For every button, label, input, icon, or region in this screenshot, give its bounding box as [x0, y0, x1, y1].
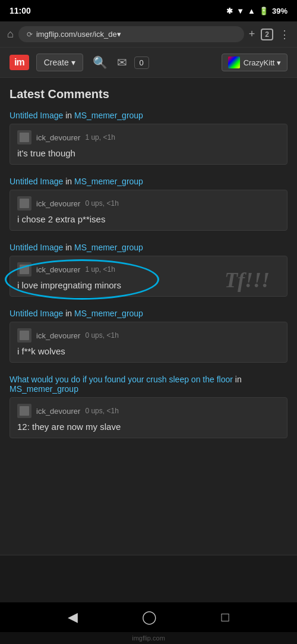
comment-group: Untitled Image in MS_memer_groupick_devo… — [10, 309, 287, 363]
create-button[interactable]: Create ▾ — [36, 54, 83, 71]
time: 11:00 — [10, 6, 31, 15]
comment-username: ick_devourer — [36, 265, 80, 274]
comment-text: it's true though — [17, 148, 280, 158]
signal-icon: ▲ — [248, 7, 255, 15]
footer-text: imgflip.com — [132, 634, 165, 642]
recents-button[interactable]: □ — [222, 610, 229, 625]
comment-text: i f**k wolves — [17, 346, 280, 356]
avatar — [17, 328, 31, 343]
comment-group: What would you do if you found your crus… — [10, 375, 287, 438]
comment-card: ick_devourer1 up, <1hi love impregnating… — [10, 256, 287, 297]
new-tab-icon[interactable]: + — [249, 28, 255, 40]
comment-meta: ick_devourer0 ups, <1h — [17, 404, 280, 418]
comment-username: ick_devourer — [36, 407, 80, 416]
url-bar[interactable]: ⟳ imgflip.com/user/ick_de▾ — [18, 26, 244, 42]
user-name: CrazyKitt ▾ — [244, 58, 281, 67]
in-text: in — [63, 111, 74, 120]
comment-stats: 0 ups, <1h — [85, 199, 118, 208]
tab-count[interactable]: 2 — [261, 29, 273, 40]
comment-group-link[interactable]: MS_memer_group — [74, 111, 143, 120]
browser-actions: + 2 ⋮ — [249, 28, 290, 41]
comment-text: 12: they are now my slave — [17, 422, 280, 432]
comment-post-link[interactable]: Untitled Image — [10, 243, 63, 252]
comment-stats: 0 ups, <1h — [85, 407, 118, 415]
imgflip-logo[interactable]: im — [10, 55, 29, 70]
comment-stats: 1 up, <1h — [85, 133, 115, 142]
avatar — [17, 130, 31, 144]
wifi-icon: ▼ — [236, 7, 244, 15]
in-text: in — [63, 309, 74, 318]
in-text: in — [63, 243, 74, 252]
comment-card: ick_devourer0 ups, <1h12: they are now m… — [10, 397, 287, 438]
app-nav: im Create ▾ 🔍 ✉ 0 CrazyKitt ▾ — [0, 48, 297, 78]
comment-username: ick_devourer — [36, 133, 80, 142]
comment-card: ick_devourer1 up, <1hit's true though — [10, 124, 287, 165]
comment-group: Untitled Image in MS_memer_groupick_devo… — [10, 111, 287, 165]
back-button[interactable]: ◀ — [68, 610, 78, 625]
section-title: Latest Comments — [10, 87, 287, 101]
mail-icon[interactable]: ✉ — [117, 55, 127, 70]
in-text: in — [63, 177, 74, 186]
comment-post-link[interactable]: What would you do if you found your crus… — [10, 375, 233, 384]
comment-post-link[interactable]: Untitled Image — [10, 111, 63, 120]
battery-percent: 39% — [272, 7, 287, 15]
avatar — [17, 404, 31, 418]
comment-link-line: Untitled Image in MS_memer_group — [10, 177, 287, 186]
comment-group: Untitled Image in MS_memer_groupick_devo… — [10, 177, 287, 231]
comment-post-link[interactable]: Untitled Image — [10, 177, 63, 186]
home-button[interactable]: ◯ — [142, 610, 157, 625]
comment-username: ick_devourer — [36, 331, 80, 340]
avatar — [17, 262, 31, 277]
notification-badge[interactable]: 0 — [134, 56, 149, 69]
status-right: ✱ ▼ ▲ 🔋 39% — [226, 7, 287, 15]
footer-label: imgflip.com — [0, 632, 297, 644]
comment-card: ick_devourer0 ups, <1hi chose 2 extra p*… — [10, 190, 287, 231]
comments-container: Untitled Image in MS_memer_groupick_devo… — [10, 111, 287, 438]
comment-stats: 0 ups, <1h — [85, 331, 118, 340]
comment-group-link[interactable]: MS_memer_group — [10, 384, 78, 394]
refresh-icon: ⟳ — [27, 30, 33, 39]
search-icon[interactable]: 🔍 — [93, 55, 108, 70]
comment-text: i chose 2 extra p**ises — [17, 214, 280, 224]
comment-text: i love impregnating minors — [17, 280, 280, 290]
avatar — [17, 196, 31, 211]
comment-meta: ick_devourer0 ups, <1h — [17, 196, 280, 211]
comment-group-link[interactable]: MS_memer_group — [74, 243, 143, 252]
comment-link-line: Untitled Image in MS_memer_group — [10, 309, 287, 318]
battery-icon: 🔋 — [259, 7, 268, 15]
main-content: Latest Comments Untitled Image in MS_mem… — [0, 78, 297, 555]
comment-meta: ick_devourer1 up, <1h — [17, 262, 280, 277]
bottom-spacer — [0, 555, 297, 602]
comment-username: ick_devourer — [36, 199, 80, 208]
comment-link-line: What would you do if you found your crus… — [10, 375, 287, 394]
comment-group-link[interactable]: MS_memer_group — [74, 177, 143, 186]
status-bar: 11:00 ✱ ▼ ▲ 🔋 39% — [0, 0, 297, 21]
bluetooth-icon: ✱ — [226, 7, 233, 15]
menu-icon[interactable]: ⋮ — [279, 28, 290, 41]
home-icon[interactable]: ⌂ — [7, 28, 14, 40]
comment-group-link[interactable]: MS_memer_group — [74, 309, 143, 318]
nav-buttons: ◀ ◯ □ — [0, 602, 297, 632]
comment-group: Untitled Image in MS_memer_groupick_devo… — [10, 243, 287, 297]
comment-stats: 1 up, <1h — [85, 265, 115, 274]
comment-post-link[interactable]: Untitled Image — [10, 309, 63, 318]
in-text: in — [233, 375, 242, 384]
comment-meta: ick_devourer1 up, <1h — [17, 130, 280, 144]
user-avatar — [228, 56, 240, 68]
browser-bar: ⌂ ⟳ imgflip.com/user/ick_de▾ + 2 ⋮ — [0, 21, 297, 48]
comment-meta: ick_devourer0 ups, <1h — [17, 328, 280, 343]
comment-link-line: Untitled Image in MS_memer_group — [10, 243, 287, 252]
user-menu-button[interactable]: CrazyKitt ▾ — [222, 54, 287, 71]
comment-link-line: Untitled Image in MS_memer_group — [10, 111, 287, 120]
url-text: imgflip.com/user/ick_de▾ — [36, 30, 121, 39]
comment-card: ick_devourer0 ups, <1hi f**k wolves — [10, 322, 287, 363]
